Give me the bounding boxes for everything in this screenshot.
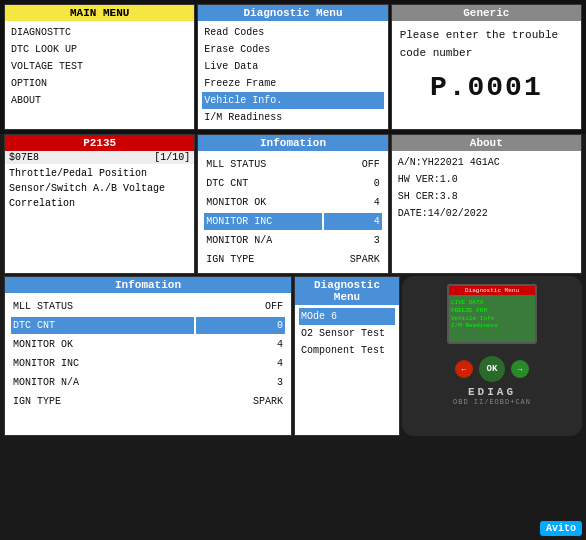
diag2-o2-sensor[interactable]: O2 Sensor Test [299,325,395,342]
info-1-row-2: MONITOR OK 4 [204,194,381,211]
generic-header: Generic [392,5,581,21]
info-2-row-4: MONITOR N/A 3 [11,374,285,391]
info-2-row-1: DTC CNT 0 [11,317,285,334]
p2135-body: Throttle/Pedal Position Sensor/Switch A.… [5,164,194,213]
info-2-value-4: 3 [196,374,285,391]
main-menu-header: MAIN MENU [5,5,194,21]
device-subtitle: OBD II/EOBD+CAN [453,398,531,406]
diagnostic-menu-1-panel: Diagnostic Menu Read Codes Erase Codes L… [197,4,388,130]
diag1-freeze-frame[interactable]: Freeze Frame [202,75,383,92]
generic-panel: Generic Please enter the trouble code nu… [391,4,582,130]
info-2-value-1: 0 [196,317,285,334]
device-brand: EDIAG [468,386,516,398]
info-1-label-2: MONITOR OK [204,194,322,211]
info-1-row-4: MONITOR N/A 3 [204,232,381,249]
diagnostic-menu-1-header: Diagnostic Menu [198,5,387,21]
info-1-row-5: IGN TYPE SPARK [204,251,381,268]
diag2-mode6[interactable]: MOde 6 [299,308,395,325]
info-2-row-3: MONITOR INC 4 [11,355,285,372]
info-1-value-5: SPARK [324,251,381,268]
main-menu-item-dtc[interactable]: DTC LOOK UP [9,41,190,58]
info-2-value-5: SPARK [196,393,285,410]
diagnostic-menu-2-panel: Diagnostic Menu MOde 6 O2 Sensor Test Co… [294,276,400,436]
main-menu-item-voltage[interactable]: VOLTAGE TEST [9,58,190,75]
info-1-value-0: OFF [324,156,381,173]
device-screen: Diagnostic Menu LIVE DATAFREEZE FRMVehic… [447,284,537,344]
device-ok-button[interactable]: OK [479,356,505,382]
p2135-header: P2135 [5,135,194,151]
information-2-panel: Infomation MLL STATUS OFF DTC CNT 0 MONI… [4,276,292,436]
info-1-value-1: 0 [324,175,381,192]
info-2-row-0: MLL STATUS OFF [11,298,285,315]
info-2-label-4: MONITOR N/A [11,374,194,391]
p2135-panel: P2135 $07E8 [1/10] Throttle/Pedal Positi… [4,134,195,274]
main-menu-item-about[interactable]: ABOUT [9,92,190,109]
info-1-table: MLL STATUS OFF DTC CNT 0 MONITOR OK 4 MO… [202,154,383,270]
info-2-label-1: DTC CNT [11,317,194,334]
device-forward-button[interactable]: → [511,360,529,378]
about-row-1: HW VER:1.0 [398,171,575,188]
generic-body: Please enter the trouble code number P.0… [392,21,581,117]
diag1-live-data[interactable]: Live Data [202,58,383,75]
p2135-address: $07E8 [9,152,39,163]
main-menu-item-option[interactable]: OPTION [9,75,190,92]
about-header: About [392,135,581,151]
info-2-label-0: MLL STATUS [11,298,194,315]
info-1-label-0: MLL STATUS [204,156,322,173]
information-2-header: Infomation [5,277,291,293]
info-1-row-0: MLL STATUS OFF [204,156,381,173]
device-body: Diagnostic Menu LIVE DATAFREEZE FRMVehic… [402,276,582,436]
about-row-2: SH CER:3.8 [398,188,575,205]
info-1-label-3: MONITOR INC [204,213,322,230]
info-2-value-3: 4 [196,355,285,372]
about-row-3: DATE:14/02/2022 [398,205,575,222]
info-1-label-4: MONITOR N/A [204,232,322,249]
info-2-row-5: IGN TYPE SPARK [11,393,285,410]
info-1-row-3: MONITOR INC 4 [204,213,381,230]
diag1-read-codes[interactable]: Read Codes [202,24,383,41]
info-2-value-2: 4 [196,336,285,353]
info-1-label-5: IGN TYPE [204,251,322,268]
device-screen-text: LIVE DATAFREEZE FRMVehicle InfoI/M Readi… [449,297,535,332]
diag1-vehicle-info[interactable]: Vehicle Info. [202,92,383,109]
diag1-erase-codes[interactable]: Erase Codes [202,41,383,58]
diagnostic-menu-1-body: Read Codes Erase Codes Live Data Freeze … [198,21,387,129]
info-1-value-4: 3 [324,232,381,249]
trouble-code: P.0001 [400,66,573,111]
info-1-row-1: DTC CNT 0 [204,175,381,192]
about-body: A/N:YH22021 4G1AC HW VER:1.0 SH CER:3.8 … [392,151,581,225]
information-2-body: MLL STATUS OFF DTC CNT 0 MONITOR OK 4 MO… [5,293,291,415]
main-menu-panel: MAIN MENU DIAGNOSTTC DTC LOOK UP VOLTAGE… [4,4,195,130]
diag2-component-test[interactable]: Component Test [299,342,395,359]
generic-description: Please enter the trouble code number [400,29,558,59]
info-2-label-5: IGN TYPE [11,393,194,410]
p2135-subheader: $07E8 [1/10] [5,151,194,164]
diagnostic-menu-2-header: Diagnostic Menu [295,277,399,305]
device-panel: Diagnostic Menu LIVE DATAFREEZE FRMVehic… [402,276,582,436]
p2135-index: [1/10] [154,152,190,163]
info-2-row-2: MONITOR OK 4 [11,336,285,353]
about-row-0: A/N:YH22021 4G1AC [398,154,575,171]
device-buttons: ← OK → [455,356,529,382]
avito-badge: Avito [540,521,582,536]
info-2-label-3: MONITOR INC [11,355,194,372]
main-menu-body: DIAGNOSTTC DTC LOOK UP VOLTAGE TEST OPTI… [5,21,194,112]
information-1-header: Infomation [198,135,387,151]
information-1-body: MLL STATUS OFF DTC CNT 0 MONITOR OK 4 MO… [198,151,387,273]
info-2-label-2: MONITOR OK [11,336,194,353]
diag1-im-readiness[interactable]: I/M Readiness [202,109,383,126]
diagnostic-menu-2-body: MOde 6 O2 Sensor Test Component Test [295,305,399,362]
device-back-button[interactable]: ← [455,360,473,378]
info-1-label-1: DTC CNT [204,175,322,192]
info-1-value-3: 4 [324,213,381,230]
info-1-value-2: 4 [324,194,381,211]
main-menu-item-diagnosttc[interactable]: DIAGNOSTTC [9,24,190,41]
about-panel: About A/N:YH22021 4G1AC HW VER:1.0 SH CE… [391,134,582,274]
device-screen-header: Diagnostic Menu [449,286,535,295]
information-1-panel: Infomation MLL STATUS OFF DTC CNT 0 MONI… [197,134,388,274]
info-2-table: MLL STATUS OFF DTC CNT 0 MONITOR OK 4 MO… [9,296,287,412]
p2135-description: Throttle/Pedal Position Sensor/Switch A.… [9,168,165,209]
info-2-value-0: OFF [196,298,285,315]
